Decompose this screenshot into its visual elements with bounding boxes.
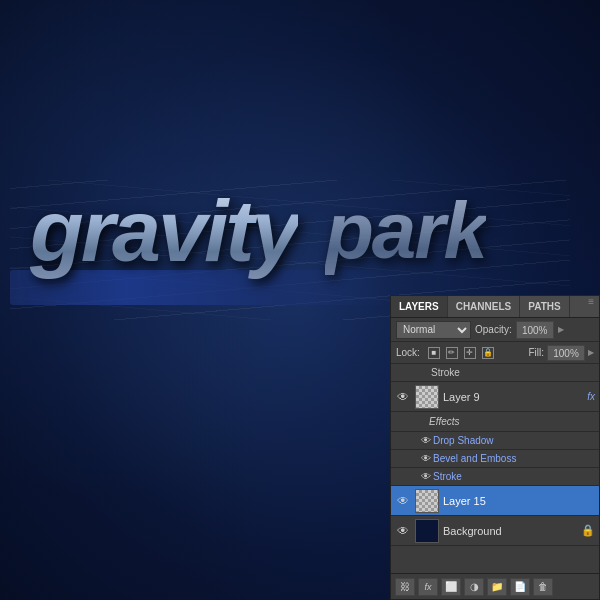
tab-layers[interactable]: LAYERS [391, 296, 448, 317]
link-btn[interactable]: ⛓ [395, 578, 415, 596]
effect-bevel-emboss[interactable]: 👁 Bevel and Emboss [391, 450, 599, 468]
layer-name-layer15: Layer 15 [443, 495, 595, 507]
effects-label: Effects [409, 416, 460, 427]
layer-item-layer9[interactable]: 👁 Layer 9 fx [391, 382, 599, 412]
lock-label: Lock: [396, 347, 420, 358]
layers-list[interactable]: Stroke 👁 Layer 9 fx Effects 👁 Drop Shado… [391, 364, 599, 573]
fill-label: Fill: [528, 347, 544, 358]
lock-row: Lock: ■ ✏ ✛ 🔒 Fill: 100% ▶ [391, 342, 599, 364]
visibility-icon-layer15[interactable]: 👁 [395, 493, 411, 509]
opacity-arrow: ▶ [558, 325, 564, 334]
lock-position-btn[interactable]: ✏ [446, 347, 458, 359]
visibility-drop-shadow[interactable]: 👁 [419, 433, 433, 449]
panel-tabs: LAYERS CHANNELS PATHS ≡ [391, 296, 599, 318]
lock-pixels-btn[interactable]: ■ [428, 347, 440, 359]
opacity-value[interactable]: 100% [516, 321, 554, 339]
stroke-collapsed-label: Stroke [391, 364, 599, 382]
panel-menu-icon[interactable]: ≡ [583, 296, 599, 317]
effect-drop-shadow[interactable]: 👁 Drop Shadow [391, 432, 599, 450]
lock-all-btn[interactable]: 🔒 [482, 347, 494, 359]
logo-gravity-text: gravity [30, 180, 298, 282]
mask-btn[interactable]: ⬜ [441, 578, 461, 596]
blend-mode-row: Normal Multiply Screen Overlay Opacity: … [391, 318, 599, 342]
fx-btn[interactable]: fx [418, 578, 438, 596]
visibility-stroke[interactable]: 👁 [419, 469, 433, 485]
blend-mode-select[interactable]: Normal Multiply Screen Overlay [396, 321, 471, 339]
lock-move-btn[interactable]: ✛ [464, 347, 476, 359]
layer-item-background[interactable]: 👁 Background 🔒 [391, 516, 599, 546]
fill-value[interactable]: 100% [547, 345, 585, 361]
delete-btn[interactable]: 🗑 [533, 578, 553, 596]
tab-channels[interactable]: CHANNELS [448, 296, 521, 317]
visibility-icon-background[interactable]: 👁 [395, 523, 411, 539]
folder-btn[interactable]: 📁 [487, 578, 507, 596]
layer-thumb-layer9 [415, 385, 439, 409]
layers-panel: LAYERS CHANNELS PATHS ≡ Normal Multiply … [390, 295, 600, 600]
panel-footer: ⛓ fx ⬜ ◑ 📁 📄 🗑 [391, 573, 599, 599]
adjustment-btn[interactable]: ◑ [464, 578, 484, 596]
fill-arrow: ▶ [588, 348, 594, 357]
effects-header: Effects [391, 412, 599, 432]
logo-park-text: park [325, 185, 486, 277]
effect-stroke[interactable]: 👁 Stroke [391, 468, 599, 486]
layer-name-background: Background [443, 525, 581, 537]
layer-item-layer15[interactable]: 👁 Layer 15 [391, 486, 599, 516]
fill-section: Fill: 100% ▶ [528, 345, 594, 361]
bevel-emboss-label: Bevel and Emboss [433, 453, 516, 464]
visibility-icon-layer9[interactable]: 👁 [395, 389, 411, 405]
layer-name-layer9: Layer 9 [443, 391, 584, 403]
background-lock-icon: 🔒 [581, 524, 595, 537]
opacity-label: Opacity: [475, 324, 512, 335]
layer-thumb-layer15 [415, 489, 439, 513]
new-layer-btn[interactable]: 📄 [510, 578, 530, 596]
stroke-effect-label: Stroke [433, 471, 462, 482]
layer-thumb-background [415, 519, 439, 543]
visibility-bevel-emboss[interactable]: 👁 [419, 451, 433, 467]
fx-badge-layer9: fx [587, 391, 595, 402]
tab-paths[interactable]: PATHS [520, 296, 569, 317]
drop-shadow-label: Drop Shadow [433, 435, 494, 446]
